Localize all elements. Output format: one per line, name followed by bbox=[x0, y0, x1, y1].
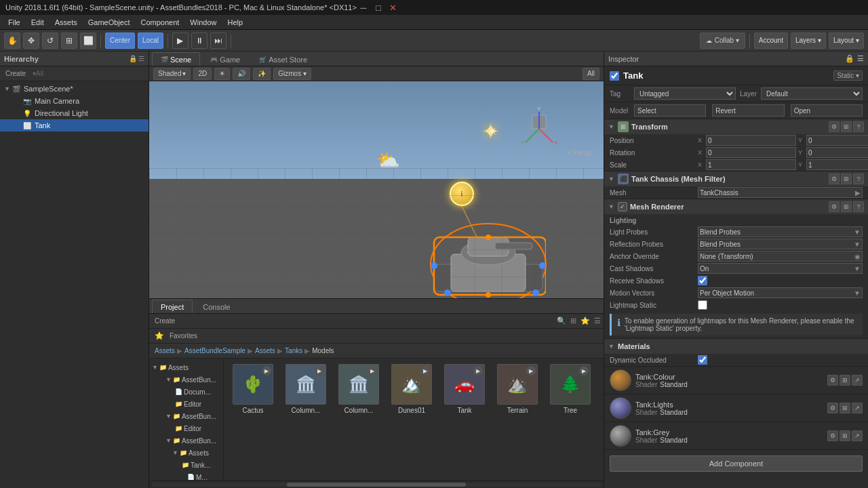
audio-btn[interactable]: 🔊 bbox=[233, 68, 250, 80]
inspector-menu-icon[interactable]: ☰ bbox=[857, 54, 864, 63]
meshfilter-header[interactable]: ▼ ⬛ Tank Chassis (Mesh Filter) ⚙ ⊞ ? bbox=[604, 171, 868, 186]
tree-item-directionallight[interactable]: 💡 Directional Light bbox=[0, 107, 149, 119]
project-create-btn[interactable]: Create bbox=[152, 317, 178, 325]
mat-lights-expand-icon[interactable]: ⊞ bbox=[840, 403, 850, 413]
lightmap-static-checkbox[interactable] bbox=[698, 300, 707, 310]
meshfilter-expand-icon[interactable]: ⊞ bbox=[841, 174, 852, 184]
menu-edit[interactable]: Edit bbox=[26, 17, 50, 28]
proj-item-docum[interactable]: 📄 Docum... bbox=[149, 386, 223, 398]
mat-grey-link-icon[interactable]: ↗ bbox=[852, 430, 863, 441]
asset-play-cactus[interactable]: ▶ bbox=[262, 366, 271, 375]
tag-select[interactable]: Untagged bbox=[634, 87, 736, 100]
meshfilter-settings-icon[interactable]: ⚙ bbox=[829, 174, 840, 184]
light-probes-dropdown[interactable]: Blend Probes ▼ bbox=[698, 226, 863, 237]
transform-header[interactable]: ▼ ⊞ Transform ⚙ ⊞ ? bbox=[604, 119, 868, 134]
asset-play-column2[interactable]: ▶ bbox=[368, 366, 377, 375]
close-button[interactable]: ✕ bbox=[387, 1, 400, 14]
scale-x-input[interactable] bbox=[706, 159, 796, 170]
rot-x-input[interactable] bbox=[706, 147, 796, 158]
proj-item-tank[interactable]: 📁 Tank... bbox=[149, 459, 223, 471]
layout-button[interactable]: Layout▾ bbox=[829, 33, 864, 49]
tree-item-samplescene[interactable]: ▼ 🎬 SampleScene* bbox=[0, 83, 149, 95]
menu-assets[interactable]: Assets bbox=[50, 17, 83, 28]
anchor-override-dropdown[interactable]: None (Transform) ◉ bbox=[698, 251, 863, 262]
materials-header[interactable]: ▼ Materials bbox=[604, 339, 868, 354]
scene-view[interactable]: Shaded▾ 2D ☀ 🔊 ✨ Gizmos ▾ All bbox=[149, 66, 604, 298]
tab-console[interactable]: Console bbox=[194, 300, 239, 313]
maximize-button[interactable]: □ bbox=[372, 1, 385, 14]
breadcrumb-assets[interactable]: Assets bbox=[155, 347, 175, 354]
asset-play-terrain[interactable]: ▶ bbox=[526, 366, 536, 375]
breadcrumb-assetbundle[interactable]: AssetBundleSample bbox=[184, 347, 245, 354]
local-button[interactable]: Local bbox=[138, 33, 163, 49]
mat-grey-settings-icon[interactable]: ⚙ bbox=[827, 430, 838, 441]
static-badge[interactable]: Static ▾ bbox=[833, 70, 863, 81]
hierarchy-menu-icon[interactable]: ☰ bbox=[138, 55, 144, 62]
mat-colour-expand-icon[interactable]: ⊞ bbox=[840, 375, 850, 386]
asset-tank[interactable]: 🚗 ▶ Tank bbox=[441, 364, 488, 414]
meshfilter-help-icon[interactable]: ? bbox=[853, 174, 864, 184]
transform-help-icon[interactable]: ? bbox=[853, 121, 864, 132]
project-scrollbar[interactable] bbox=[149, 480, 604, 488]
cast-shadows-dropdown[interactable]: On ▼ bbox=[698, 263, 863, 274]
proj-item-ab2[interactable]: ▼ 📁 AssetBun... bbox=[149, 410, 223, 422]
tool-scale[interactable]: ⊞ bbox=[61, 33, 77, 49]
proj-item-assets[interactable]: ▼ 📁 Assets bbox=[149, 361, 223, 373]
proj-item-ab1[interactable]: ▼ 📁 AssetBun... bbox=[149, 373, 223, 386]
proj-item-m1[interactable]: 📄 M... bbox=[149, 471, 223, 480]
search-scene-btn[interactable]: All bbox=[583, 68, 599, 80]
project-toolbar-icon1[interactable]: ⊞ bbox=[570, 317, 576, 325]
scale-y-input[interactable] bbox=[806, 159, 868, 170]
model-revert-btn[interactable]: Revert bbox=[712, 104, 784, 117]
tool-hand[interactable]: ✋ bbox=[4, 33, 20, 49]
mat-lights-link-icon[interactable]: ↗ bbox=[852, 403, 863, 413]
project-toolbar-icon3[interactable]: ☰ bbox=[594, 317, 601, 325]
reflection-probes-dropdown[interactable]: Blend Probes ▼ bbox=[698, 239, 863, 249]
pivot-center-button[interactable]: Center bbox=[105, 33, 135, 49]
meshrenderer-header[interactable]: ▼ ✓ Mesh Renderer ⚙ ⊞ ? bbox=[604, 199, 868, 214]
meshrenderer-help-icon[interactable]: ? bbox=[853, 201, 864, 212]
asset-play-tree[interactable]: ▶ bbox=[579, 366, 589, 375]
play-button[interactable]: ▶ bbox=[172, 33, 189, 49]
asset-column2[interactable]: 🏛️ ▶ Column... bbox=[335, 364, 382, 414]
account-button[interactable]: Account bbox=[754, 33, 788, 49]
tab-game[interactable]: 🎮 Game bbox=[201, 52, 249, 66]
fx-btn[interactable]: ✨ bbox=[253, 68, 271, 80]
add-component-button[interactable]: Add Component bbox=[610, 455, 863, 472]
step-button[interactable]: ⏭ bbox=[210, 33, 226, 49]
motion-vectors-dropdown[interactable]: Per Object Motion ▼ bbox=[698, 287, 863, 298]
2d-btn[interactable]: 2D bbox=[193, 68, 212, 80]
collab-button[interactable]: ☁ Collab ▾ bbox=[700, 33, 745, 49]
scrollbar-thumb[interactable] bbox=[287, 483, 467, 487]
gizmos-btn[interactable]: Gizmos ▾ bbox=[273, 68, 311, 80]
project-toolbar-icon2[interactable]: ⭐ bbox=[580, 317, 590, 325]
layer-select[interactable]: Default bbox=[761, 87, 863, 100]
menu-file[interactable]: File bbox=[3, 17, 26, 28]
menu-help[interactable]: Help bbox=[222, 17, 248, 28]
hierarchy-create-btn[interactable]: Create bbox=[3, 69, 28, 78]
tree-item-tank[interactable]: ⬜ Tank bbox=[0, 119, 149, 131]
tab-project[interactable]: Project bbox=[152, 300, 193, 313]
meshrenderer-checkbox[interactable]: ✓ bbox=[618, 202, 627, 211]
obj-active-checkbox[interactable] bbox=[610, 71, 619, 81]
receive-shadows-checkbox[interactable] bbox=[698, 276, 707, 285]
pause-button[interactable]: ⏸ bbox=[191, 33, 208, 49]
breadcrumb-assets2[interactable]: Assets bbox=[255, 347, 275, 354]
mesh-value-dropdown[interactable]: TankChassis ▶ bbox=[698, 187, 863, 198]
asset-play-column1[interactable]: ▶ bbox=[315, 366, 324, 375]
breadcrumb-tanks[interactable]: Tanks bbox=[285, 347, 302, 354]
tool-move[interactable]: ✥ bbox=[23, 33, 39, 49]
transform-settings-icon[interactable]: ⚙ bbox=[829, 121, 840, 132]
menu-window[interactable]: Window bbox=[184, 17, 222, 28]
inspector-lock-icon[interactable]: 🔒 bbox=[845, 54, 854, 63]
meshrenderer-settings-icon[interactable]: ⚙ bbox=[829, 201, 840, 212]
breadcrumb-models[interactable]: Models bbox=[312, 347, 334, 354]
proj-item-editor1[interactable]: 📁 Editor bbox=[149, 398, 223, 410]
transform-expand-icon[interactable]: ⊞ bbox=[841, 121, 852, 132]
asset-dunes[interactable]: 🏔️ ▶ Dunes01 bbox=[388, 364, 435, 414]
model-open-btn[interactable]: Open bbox=[791, 104, 863, 117]
asset-play-dunes[interactable]: ▶ bbox=[420, 366, 430, 375]
mat-grey-expand-icon[interactable]: ⊞ bbox=[840, 430, 850, 441]
tab-assetstore[interactable]: 🛒 Asset Store bbox=[250, 52, 316, 66]
tool-rect[interactable]: ⬜ bbox=[80, 33, 96, 49]
